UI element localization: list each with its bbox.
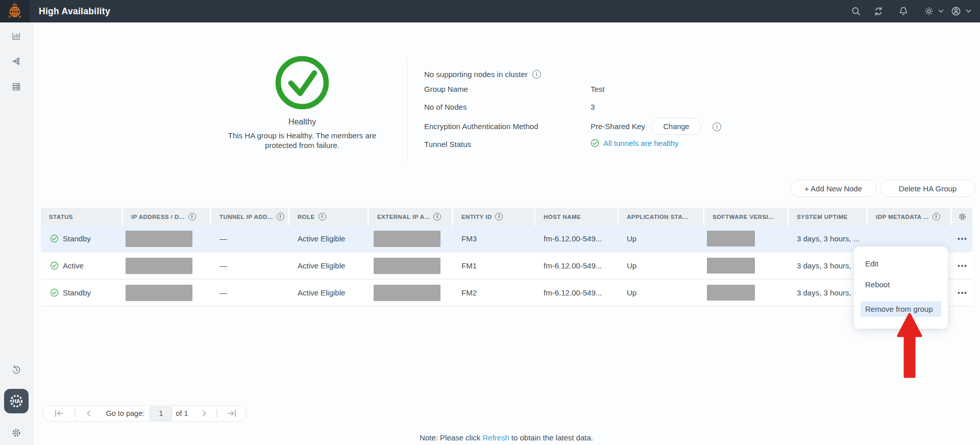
- row-actions-menu-button[interactable]: [955, 260, 969, 271]
- col-header-status[interactable]: STATUS: [41, 208, 123, 226]
- application-status-cell: Up: [619, 253, 704, 279]
- row-actions-menu-button[interactable]: [955, 287, 969, 299]
- entity-id-cell: FM3: [453, 226, 535, 252]
- note-suffix: to obtain the latest data.: [511, 433, 593, 442]
- first-page-icon[interactable]: [54, 409, 64, 418]
- status-check-icon: [50, 234, 59, 243]
- col-header-settings[interactable]: [952, 208, 972, 226]
- redacted-software-version-block: [707, 285, 755, 301]
- ip-address-cell: [123, 280, 211, 306]
- software-version-cell: [704, 253, 789, 279]
- col-header-application-status[interactable]: APPLICATION STA...: [619, 208, 704, 226]
- account-user-icon[interactable]: [951, 6, 961, 16]
- info-icon[interactable]: [713, 122, 721, 131]
- redacted-software-version-block: [707, 258, 755, 274]
- tunnel-ip-cell: —: [211, 226, 289, 252]
- col-header-system-uptime[interactable]: SYSTEM UPTIME: [789, 208, 868, 226]
- info-icon[interactable]: [433, 213, 441, 220]
- status-text: Active: [63, 261, 84, 270]
- redacted-ip-block: [126, 231, 192, 247]
- col-header-role[interactable]: ROLE: [289, 208, 369, 226]
- page-total-label: of 1: [176, 409, 188, 417]
- col-header-host-name[interactable]: HOST NAME: [535, 208, 619, 226]
- entity-id-cell: FM2: [453, 280, 535, 306]
- page-title: High Availability: [39, 0, 110, 22]
- delete-ha-group-button[interactable]: Delete HA Group: [880, 180, 975, 197]
- table-row[interactable]: Standby — Active Eligible FM3 fm-6.12.00…: [41, 226, 972, 253]
- health-description: This HA group is Healthy. The members ar…: [215, 131, 389, 150]
- col-header-idp-metadata[interactable]: IDP METADATA ...: [868, 208, 952, 226]
- sidebar-item-traffic-distribution-icon[interactable]: [11, 56, 21, 66]
- software-version-cell: [704, 280, 789, 306]
- info-icon[interactable]: [495, 213, 503, 220]
- info-icon[interactable]: [933, 213, 940, 220]
- col-header-external-ip[interactable]: EXTERNAL IP A...: [369, 208, 453, 226]
- status-text: Standby: [63, 234, 91, 243]
- menu-item-edit[interactable]: Edit: [865, 259, 878, 268]
- health-status-label: Healthy: [251, 117, 353, 127]
- tunnel-ip-cell: —: [211, 280, 289, 306]
- search-icon[interactable]: [851, 6, 861, 16]
- healthy-check-icon: [272, 53, 332, 113]
- ip-address-cell: [123, 253, 211, 279]
- info-icon[interactable]: [277, 213, 284, 220]
- last-page-icon[interactable]: [227, 409, 237, 418]
- info-icon[interactable]: [532, 70, 541, 79]
- redacted-external-ip-block: [374, 285, 440, 301]
- external-ip-cell: [369, 253, 453, 279]
- software-version-cell: [704, 226, 789, 252]
- row-actions-cell: [952, 226, 972, 252]
- cluster-banner-text: No supporting nodes in cluster: [424, 70, 528, 79]
- col-header-entity-id[interactable]: ENTITY ID: [453, 208, 535, 226]
- field-value-encryption-method: Pre-Shared Key: [591, 122, 645, 131]
- sidebar-item-dashboard-chart-icon[interactable]: [11, 31, 21, 41]
- account-chevron-down-icon[interactable]: [966, 9, 971, 13]
- sidebar-item-history-icon[interactable]: [11, 365, 21, 375]
- refresh-link[interactable]: Refresh: [482, 433, 509, 442]
- theme-chevron-down-icon[interactable]: [938, 9, 944, 13]
- tunnel-status-text[interactable]: All tunnels are healthy: [603, 139, 679, 147]
- next-page-icon[interactable]: [200, 409, 208, 418]
- previous-page-icon[interactable]: [85, 409, 93, 418]
- application-status-cell: Up: [619, 280, 704, 306]
- ip-address-cell: [123, 226, 211, 252]
- ha-gear-icon: HA: [7, 392, 26, 410]
- sidebar-item-inventory-servers-icon[interactable]: [11, 82, 21, 92]
- add-new-node-button[interactable]: + Add New Node: [790, 180, 876, 197]
- app-logo: [0, 0, 30, 22]
- go-to-page-label: Go to page:: [106, 409, 145, 417]
- row-actions-menu-button[interactable]: [955, 233, 969, 244]
- row-actions-cell: [952, 280, 972, 306]
- info-icon[interactable]: [318, 213, 326, 220]
- pagination-bar: Go to page: of 1: [42, 405, 247, 422]
- table-row[interactable]: Standby — Active Eligible FM2 fm-6.12.00…: [41, 280, 972, 307]
- high-availability-page: High Availability: [0, 0, 980, 445]
- change-psk-button[interactable]: Change: [651, 118, 701, 135]
- field-value-group-name: Test: [591, 85, 605, 93]
- menu-item-reboot[interactable]: Reboot: [865, 280, 890, 289]
- col-header-software-version[interactable]: SOFTWARE VERSI...: [704, 208, 789, 226]
- status-cell: Standby: [41, 280, 123, 306]
- page-number-input[interactable]: [150, 407, 172, 421]
- row-actions-cell: [952, 253, 972, 279]
- sidebar: HA: [0, 22, 33, 445]
- note-prefix: Note: Please click: [420, 433, 480, 442]
- col-header-tunnel-ip[interactable]: TUNNEL IP ADD...: [211, 208, 289, 226]
- redacted-external-ip-block: [374, 258, 440, 274]
- annotation-arrow-up-icon: [894, 312, 925, 380]
- notifications-bell-icon[interactable]: [898, 6, 909, 16]
- status-check-icon: [50, 288, 59, 297]
- sidebar-item-high-availability[interactable]: HA: [4, 389, 29, 413]
- role-cell: Active Eligible: [289, 280, 369, 306]
- status-text: Standby: [63, 288, 91, 297]
- info-icon[interactable]: [188, 213, 196, 220]
- brightness-theme-icon[interactable]: [924, 6, 934, 16]
- field-label-group-name: Group Name: [424, 85, 468, 93]
- column-settings-gear-icon[interactable]: [958, 212, 967, 221]
- sidebar-item-settings-gear-icon[interactable]: [11, 428, 21, 438]
- refresh-icon[interactable]: [873, 6, 884, 16]
- col-header-ip-address[interactable]: IP ADDRESS / D...: [123, 208, 211, 226]
- tunnel-ip-cell: —: [211, 253, 289, 279]
- summary-divider: [407, 57, 407, 162]
- table-row[interactable]: Active — Active Eligible FM1 fm-6.12.00-…: [41, 253, 972, 280]
